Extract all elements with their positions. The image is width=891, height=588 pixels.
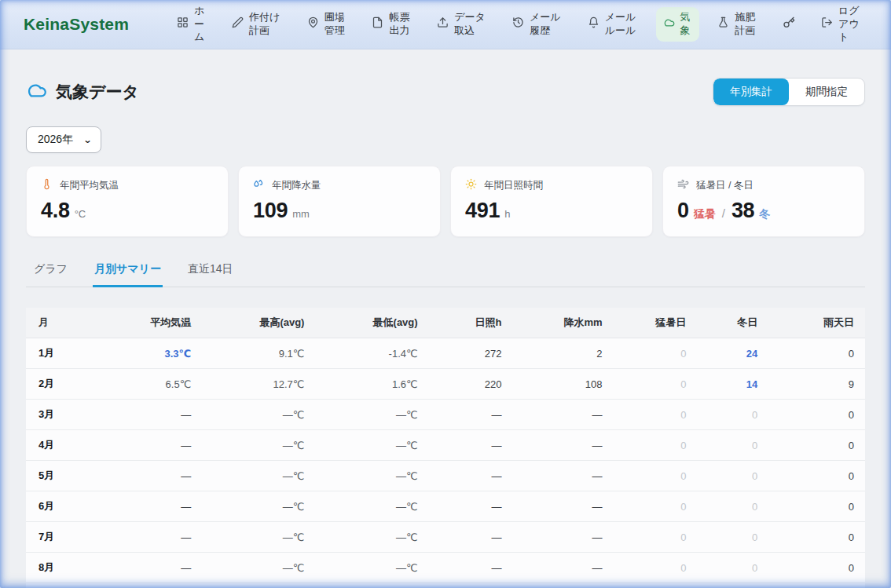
table-row: 6月——℃—℃——000	[26, 491, 865, 522]
value-cell: 9	[768, 369, 865, 400]
nav-item-label: 施肥計画	[735, 11, 757, 38]
app-logo[interactable]: KeinaSystem	[24, 15, 129, 34]
month-cell: 6月	[26, 491, 101, 522]
value-cell: —	[429, 583, 513, 588]
value-cell: 0	[614, 522, 698, 553]
column-header: 最高(avg)	[202, 308, 315, 338]
card-label-text: 年間日照時間	[484, 179, 543, 192]
period-select-button[interactable]: 期間指定	[789, 79, 864, 105]
sun-icon	[465, 178, 477, 192]
nav-item-mail-history[interactable]: メール履歴	[505, 7, 569, 42]
value-cell: —	[512, 583, 613, 588]
table-row: 2月6.5℃12.7℃1.6℃2201080149	[26, 369, 865, 400]
pencil-icon	[232, 16, 244, 32]
month-cell: 8月	[26, 553, 101, 583]
value-cell: 0	[614, 583, 698, 588]
value-cell: —	[101, 583, 202, 588]
nav-item-report-output[interactable]: 帳票出力	[365, 7, 418, 42]
winter-days-value: 38	[732, 199, 754, 223]
value-cell: 0	[768, 491, 865, 522]
card-unit: °C	[75, 208, 86, 220]
nav-item-mail-rules[interactable]: メールルール	[581, 7, 644, 42]
card-value: 109	[253, 199, 288, 223]
cloud-icon	[663, 16, 675, 32]
nav-item-logout[interactable]: ログアウト	[814, 1, 867, 49]
value-cell: 0	[697, 553, 768, 583]
value-cell: —℃	[202, 400, 315, 430]
view-toggle: 年別集計 期間指定	[713, 78, 865, 106]
table-row: 7月——℃—℃——000	[26, 522, 865, 553]
table-row: 8月——℃—℃——000	[26, 553, 865, 583]
page-title-text: 気象データ	[56, 81, 139, 103]
value-cell: 24	[697, 338, 768, 369]
nav-item-label: 圃場管理	[324, 11, 346, 38]
card-unit: mm	[292, 208, 310, 220]
column-header: 日照h	[429, 308, 513, 338]
value-cell: —	[101, 400, 202, 430]
nav-item-field-management[interactable]: 圃場管理	[300, 7, 354, 42]
hot-days-label: 猛暑	[694, 207, 716, 221]
card-value: 4.8	[41, 199, 70, 223]
value-cell: 0	[768, 461, 865, 491]
value-cell: 0	[614, 369, 698, 400]
value-cell: 0	[768, 553, 865, 583]
value-cell: —℃	[315, 461, 428, 491]
value-cell: 0	[614, 430, 698, 461]
value-cell: 0	[614, 553, 698, 583]
value-cell: 0	[768, 583, 865, 588]
value-cell: 9.1℃	[202, 338, 315, 369]
monthly-summary-table: 月平均気温最高(avg)最低(avg)日照h降水mm猛暑日冬日雨天日 1月3.3…	[26, 308, 865, 588]
nav-item-fertilizer-plan[interactable]: 施肥計画	[710, 7, 764, 42]
value-cell: —	[429, 522, 513, 553]
value-cell: 0	[697, 400, 768, 430]
value-cell: —℃	[202, 583, 315, 588]
year-select[interactable]: 2026年 ⌄	[26, 126, 101, 153]
map-pin-icon	[307, 16, 319, 32]
value-cell: —	[429, 400, 513, 430]
value-cell: —℃	[315, 522, 428, 553]
month-cell: 5月	[26, 461, 101, 491]
value-cell: —	[429, 491, 513, 522]
value-cell: 0	[697, 461, 768, 491]
month-cell: 3月	[26, 400, 101, 430]
column-header: 月	[26, 308, 101, 338]
value-cell: —	[101, 461, 202, 491]
page-title: 気象データ	[26, 79, 139, 104]
tab-graph[interactable]: グラフ	[32, 255, 69, 287]
upload-icon	[437, 16, 449, 32]
yearly-summary-button[interactable]: 年別集計	[713, 79, 789, 105]
content-tabs: グラフ 月別サマリー 直近14日	[26, 255, 865, 287]
value-cell: 1.6℃	[315, 369, 428, 400]
value-cell: —℃	[202, 430, 315, 461]
value-cell: 0	[768, 522, 865, 553]
hot-days-value: 0	[677, 199, 689, 223]
card-avg-temperature: 年間平均気温 4.8 °C	[26, 166, 229, 237]
value-cell: —℃	[315, 583, 428, 588]
value-cell: 6.5℃	[101, 369, 202, 400]
value-cell: —	[101, 553, 202, 583]
tab-recent-14-days[interactable]: 直近14日	[186, 255, 235, 287]
nav-item-planting-plan[interactable]: 作付け計画	[225, 7, 288, 42]
value-cell: —	[512, 522, 613, 553]
winter-days-label: 冬	[759, 207, 770, 221]
nav-item-label: メール履歴	[530, 11, 562, 38]
table-row: 4月——℃—℃——000	[26, 430, 865, 461]
tab-monthly-summary[interactable]: 月別サマリー	[93, 255, 163, 287]
nav-item-weather[interactable]: 気象	[656, 7, 699, 42]
value-cell: -1.4℃	[315, 338, 428, 369]
column-header: 冬日	[697, 308, 768, 338]
card-annual-precipitation: 年間降水量 109 mm	[238, 166, 441, 237]
value-cell: 0	[614, 338, 698, 369]
nav-item-data-import[interactable]: データ取込	[430, 7, 493, 42]
top-navigation: KeinaSystem ホーム 作付け計画 圃場管理	[0, 0, 891, 49]
value-cell: —℃	[315, 430, 428, 461]
value-cell: —	[101, 522, 202, 553]
table-row: 3月——℃—℃——000	[26, 400, 865, 430]
value-cell: —	[429, 461, 513, 491]
month-cell: 1月	[26, 338, 101, 369]
value-cell: —	[512, 400, 613, 430]
month-cell: 2月	[26, 369, 101, 400]
nav-item-home[interactable]: ホーム	[170, 1, 213, 49]
nav-item-key[interactable]	[776, 13, 802, 37]
cloud-icon	[26, 79, 47, 104]
